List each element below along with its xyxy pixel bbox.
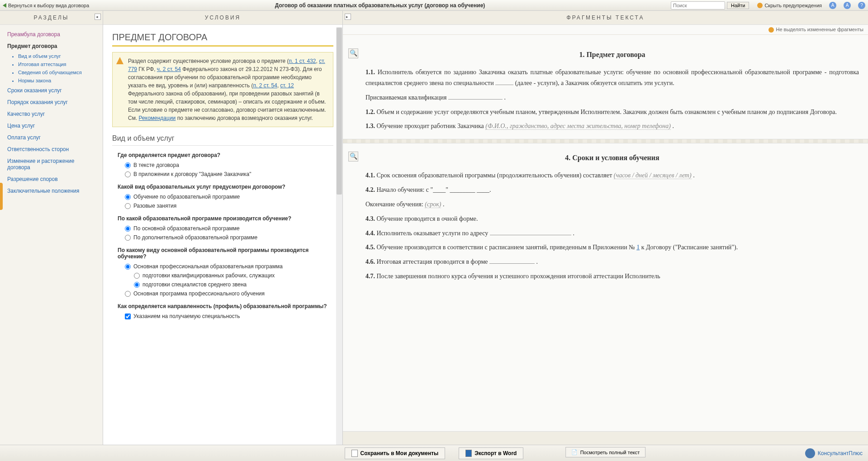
help-icon[interactable]: ? bbox=[858, 2, 865, 9]
doc-p11: 1.1. Исполнитель обязуется по заданию За… bbox=[365, 67, 859, 89]
nav-sub-scope[interactable]: Вид и объем услуг bbox=[18, 52, 103, 60]
fragments-panel: ▸ ФРАГМЕНТЫ ТЕКСТА Не выделять измененны… bbox=[343, 11, 868, 445]
arrow-left-icon bbox=[3, 3, 6, 8]
q2-opt2[interactable]: Разовые занятия bbox=[125, 203, 333, 209]
magnifier-icon[interactable]: 🔍 bbox=[348, 48, 358, 58]
conditions-panel: УСЛОВИЯ ПРЕДМЕТ ДОГОВОРА Раздел содержит… bbox=[103, 11, 343, 445]
q5-opt1[interactable]: Указанием на получаемую специальность bbox=[125, 313, 333, 319]
q1-radio1[interactable] bbox=[125, 162, 131, 168]
font-decrease-icon[interactable]: A bbox=[829, 2, 836, 9]
find-button[interactable]: Найти bbox=[727, 2, 749, 9]
nav: Преамбула договора Предмет договора Вид … bbox=[0, 25, 103, 200]
doc-p11b: Присваиваемая квалификация . bbox=[365, 92, 859, 103]
link-st54-2[interactable]: ч. 2 ст. 54 bbox=[157, 66, 181, 72]
doc-sec4-title: 4. Сроки и условия обучения bbox=[365, 152, 859, 164]
save-button[interactable]: Сохранить в Мои документы bbox=[345, 447, 446, 459]
nav-quality[interactable]: Качество услуг bbox=[0, 108, 103, 120]
q2-radio2[interactable] bbox=[125, 203, 131, 209]
conditions-header: УСЛОВИЯ bbox=[103, 11, 342, 25]
nav-sub: Вид и объем услуг Итоговая аттестация Св… bbox=[0, 52, 103, 85]
nav-sub-norms[interactable]: Нормы закона bbox=[18, 76, 103, 85]
main: РАЗДЕЛЫ ◂ Преамбула договора Предмет дог… bbox=[0, 11, 868, 445]
hide-warnings-label: Скрыть предупреждения bbox=[764, 3, 822, 8]
q3-opt1[interactable]: По основной образовательной программе bbox=[125, 225, 333, 232]
q3-radio2[interactable] bbox=[125, 235, 131, 241]
topbar: Вернуться к выбору вида договора Договор… bbox=[0, 0, 868, 11]
nav-sub-attestation[interactable]: Итоговая аттестация bbox=[18, 60, 103, 68]
link-recommendations[interactable]: Рекомендации bbox=[139, 115, 176, 121]
nav-preamble[interactable]: Преамбула договора bbox=[0, 29, 103, 40]
nav-sub-student[interactable]: Сведения об обучающемся bbox=[18, 68, 103, 76]
q3-opt2[interactable]: По дополнительной образовательной програ… bbox=[125, 234, 333, 241]
section-divider bbox=[343, 139, 868, 143]
link-st432[interactable]: п. 1 ст. 432 bbox=[289, 58, 316, 64]
scrollbar[interactable] bbox=[336, 27, 342, 445]
fragments-footer: 📄 Посмотреть полный текст bbox=[343, 431, 868, 445]
q4s-radio2[interactable] bbox=[134, 282, 140, 288]
q1-opt2[interactable]: В приложении к договору "Задание Заказчи… bbox=[125, 171, 333, 177]
q4-opt2[interactable]: Основная программа профессионального обу… bbox=[125, 290, 333, 297]
q4-opt1a[interactable]: подготовки квалифицированных рабочих, сл… bbox=[134, 272, 333, 279]
full-text-button[interactable]: 📄 Посмотреть полный текст bbox=[565, 447, 646, 457]
warning-icon bbox=[757, 3, 763, 8]
q4s-radio1[interactable] bbox=[134, 273, 140, 279]
nav-disputes[interactable]: Разрешение споров bbox=[0, 173, 103, 185]
nav-terms[interactable]: Сроки оказания услуг bbox=[0, 85, 103, 96]
hide-warnings-button[interactable]: Скрыть предупреждения bbox=[757, 3, 822, 8]
q1-opt1[interactable]: В тексте договора bbox=[125, 162, 333, 168]
q1-radio2[interactable] bbox=[125, 171, 131, 177]
warning-triangle-icon bbox=[116, 57, 123, 64]
back-label: Вернуться к выбору вида договора bbox=[8, 3, 89, 8]
link-st12[interactable]: ст. 12 bbox=[280, 82, 294, 89]
nav-order[interactable]: Порядок оказания услуг bbox=[0, 96, 103, 108]
back-button[interactable]: Вернуться к выбору вида договора bbox=[3, 3, 89, 8]
export-word-button[interactable]: Экспорт в Word bbox=[459, 447, 523, 459]
doc-p42b: Окончание обучения: (срок) . bbox=[365, 199, 859, 210]
q5-check1[interactable] bbox=[125, 314, 131, 319]
nav-liability[interactable]: Ответственность сторон bbox=[0, 143, 103, 155]
doc-p47: 4.7. После завершения полного курса обуч… bbox=[365, 271, 859, 282]
q3: По какой образовательной программе произ… bbox=[118, 215, 333, 222]
word-icon bbox=[465, 450, 472, 457]
q2-opt1[interactable]: Обучение по образовательной программе bbox=[125, 194, 333, 200]
page-title: Договор об оказании платных образователь… bbox=[94, 2, 666, 9]
doc-p13: 1.3. Обучение проходит работник Заказчик… bbox=[365, 121, 859, 132]
q4-radio1[interactable] bbox=[125, 264, 131, 270]
document-icon: 📄 bbox=[571, 449, 578, 455]
nav-price[interactable]: Цена услуг bbox=[0, 120, 103, 132]
highlight-icon bbox=[768, 27, 774, 33]
font-increase-icon[interactable]: A bbox=[844, 2, 851, 9]
info-box: Раздел содержит существенное условие дог… bbox=[112, 52, 333, 127]
doc-sec1-title: 1. Предмет договора bbox=[365, 48, 859, 61]
doc-p42: 4.2. Начало обучения: с "____" ________ … bbox=[365, 185, 859, 195]
q5: Как определяется направленность (профиль… bbox=[118, 303, 333, 309]
link-st54-p2[interactable]: п. 2 ст. 54 bbox=[253, 82, 277, 89]
doc-p44: 4.4. Исполнитель оказывает услуги по адр… bbox=[365, 228, 859, 239]
doc-p12: 1.2. Объем и содержание услуг определяют… bbox=[365, 107, 859, 118]
search-input[interactable] bbox=[671, 1, 725, 10]
doc-p45: 4.5. Обучение производится в соответстви… bbox=[365, 242, 859, 253]
nav-payment[interactable]: Оплата услуг bbox=[0, 132, 103, 143]
doc-p43: 4.3. Обучение проводится в очной форме. bbox=[365, 214, 859, 224]
q3-radio1[interactable] bbox=[125, 226, 131, 232]
sidebar-collapse-icon[interactable]: ◂ bbox=[95, 14, 101, 20]
doc-p41: 4.1. Срок освоения образовательной прогр… bbox=[365, 170, 859, 181]
q4-radio2[interactable] bbox=[125, 291, 131, 297]
search-box: Найти bbox=[671, 1, 749, 10]
highlight-bar[interactable]: Не выделять измененные фрагменты bbox=[343, 25, 868, 35]
brand[interactable]: КонсультантПлюс bbox=[805, 448, 863, 458]
sidebar-header: РАЗДЕЛЫ ◂ bbox=[0, 11, 103, 25]
q4-opt1b[interactable]: подготовки специалистов среднего звена bbox=[134, 281, 333, 288]
q2-radio1[interactable] bbox=[125, 194, 131, 200]
save-icon bbox=[351, 450, 358, 457]
magnifier-icon-2[interactable]: 🔍 bbox=[348, 152, 358, 162]
q4-opt1[interactable]: Основная профессиональная образовательна… bbox=[125, 263, 333, 270]
nav-subject[interactable]: Предмет договора bbox=[0, 40, 103, 52]
nav-final[interactable]: Заключительные положения bbox=[0, 185, 103, 197]
conditions-body: ПРЕДМЕТ ДОГОВОРА Раздел содержит существ… bbox=[103, 25, 342, 445]
doc-p46: 4.6. Итоговая аттестация проводится в фо… bbox=[365, 257, 859, 267]
side-tab[interactable] bbox=[0, 183, 3, 210]
nav-change[interactable]: Изменение и расторжение договора bbox=[0, 155, 103, 173]
fragments-collapse-icon[interactable]: ▸ bbox=[345, 14, 351, 20]
scrollbar-thumb[interactable] bbox=[337, 28, 342, 195]
